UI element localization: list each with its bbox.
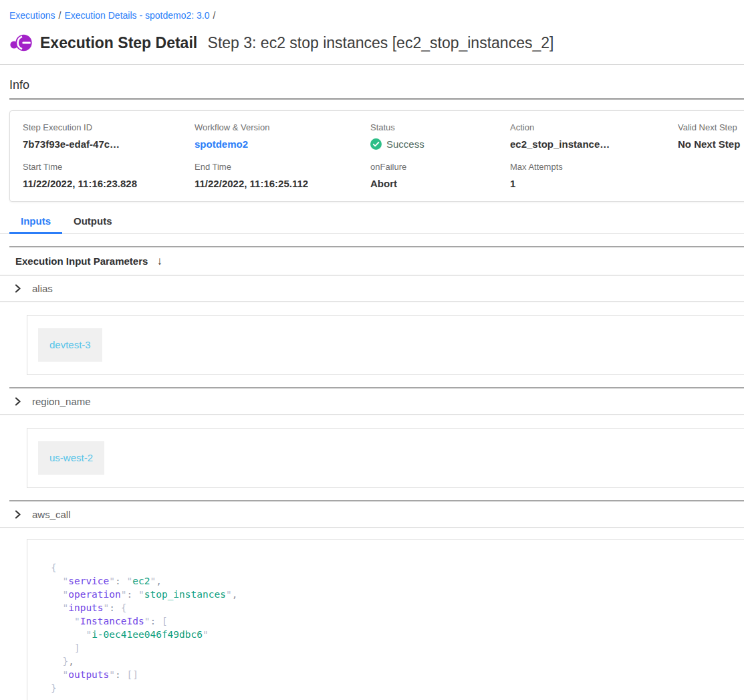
- field-start-time: Start Time 11/22/2022, 11:16:23.828: [23, 162, 195, 189]
- parameters-header-label: Execution Input Parameters: [15, 255, 148, 267]
- divider: [9, 98, 744, 100]
- page-header: Execution Step Detail Step 3: ec2 stop i…: [9, 31, 744, 54]
- info-section-title: Info: [9, 78, 744, 92]
- step-info-card: Step Execution ID 7b73f93e-edaf-47c… Wor…: [9, 110, 744, 202]
- execution-input-parameters-header: Execution Input Parameters ↓: [0, 247, 744, 275]
- field-max-attempts: Max Attempts 1: [510, 162, 678, 189]
- page-title-main: Execution Step Detail: [40, 34, 197, 51]
- field-valid-next-step: Valid Next Step No Next Step: [678, 122, 744, 150]
- breadcrumb-separator: /: [213, 10, 216, 21]
- field-label: Step Execution ID: [23, 122, 195, 132]
- field-value: 7b73f93e-edaf-47c…: [23, 138, 195, 150]
- param-name: aws_call: [32, 509, 71, 520]
- chevron-right-icon: [13, 284, 22, 293]
- chevron-right-icon: [13, 397, 22, 406]
- status-text: Success: [386, 138, 424, 150]
- field-label: Action: [510, 122, 678, 132]
- field-label: Valid Next Step: [678, 122, 744, 132]
- param-row-aws-call[interactable]: aws_call: [0, 501, 744, 528]
- tab-bar: Inputs Outputs: [0, 215, 744, 234]
- field-label: Status: [370, 122, 510, 132]
- workflow-brand-icon: [9, 31, 33, 54]
- page-title-step: Step 3: ec2 stop instances [ec2_stop_ins…: [208, 34, 554, 51]
- tab-inputs[interactable]: Inputs: [9, 215, 62, 234]
- field-workflow-version: Workflow & Version spotdemo2: [195, 122, 370, 150]
- success-check-icon: [370, 138, 382, 150]
- field-label: End Time: [195, 162, 370, 172]
- breadcrumb-link-executions[interactable]: Executions: [9, 10, 55, 21]
- breadcrumb-link-execution-details[interactable]: Execution Details - spotdemo2: 3.0: [64, 10, 209, 21]
- field-value: 11/22/2022, 11:16:23.828: [23, 178, 195, 189]
- divider: [0, 64, 744, 65]
- json-code-block: { "service": "ec2", "operation": "stop_i…: [51, 561, 744, 695]
- param-row-alias[interactable]: alias: [0, 275, 744, 302]
- field-onfailure: onFailure Abort: [370, 162, 510, 189]
- param-row-region-name[interactable]: region_name: [0, 388, 744, 415]
- workflow-link[interactable]: spotdemo2: [195, 138, 248, 150]
- field-value: No Next Step: [678, 138, 744, 150]
- param-name: alias: [32, 283, 53, 294]
- param-name: region_name: [32, 396, 91, 407]
- sort-descending-icon[interactable]: ↓: [156, 255, 162, 268]
- param-value-panel-alias: devtest-3: [27, 315, 744, 375]
- field-value: 11/22/2022, 11:16:25.112: [195, 178, 370, 189]
- field-value: ec2_stop_instance…: [510, 138, 678, 150]
- breadcrumb-separator: /: [58, 10, 61, 21]
- field-label: Workflow & Version: [195, 122, 370, 132]
- execution-step-detail-page: Executions/Execution Details - spotdemo2…: [0, 0, 744, 700]
- field-status: Status Success: [370, 122, 510, 150]
- param-value-panel-aws-call: { "service": "ec2", "operation": "stop_i…: [27, 539, 744, 700]
- field-action: Action ec2_stop_instance…: [510, 122, 678, 150]
- page-title: Execution Step Detail Step 3: ec2 stop i…: [40, 34, 553, 52]
- field-label: Max Attempts: [510, 162, 678, 172]
- param-value-chip: devtest-3: [38, 328, 102, 362]
- field-end-time: End Time 11/22/2022, 11:16:25.112: [195, 162, 370, 189]
- field-label: onFailure: [370, 162, 510, 172]
- param-value-chip: us-west-2: [38, 441, 104, 475]
- field-step-execution-id: Step Execution ID 7b73f93e-edaf-47c…: [23, 122, 195, 150]
- field-value: Abort: [370, 178, 510, 189]
- status-badge: Success: [370, 138, 510, 150]
- field-label: Start Time: [23, 162, 195, 172]
- tab-outputs[interactable]: Outputs: [62, 215, 124, 234]
- chevron-right-icon: [13, 510, 22, 519]
- field-value: 1: [510, 178, 678, 189]
- param-value-panel-region-name: us-west-2: [27, 428, 744, 488]
- breadcrumb: Executions/Execution Details - spotdemo2…: [9, 10, 744, 21]
